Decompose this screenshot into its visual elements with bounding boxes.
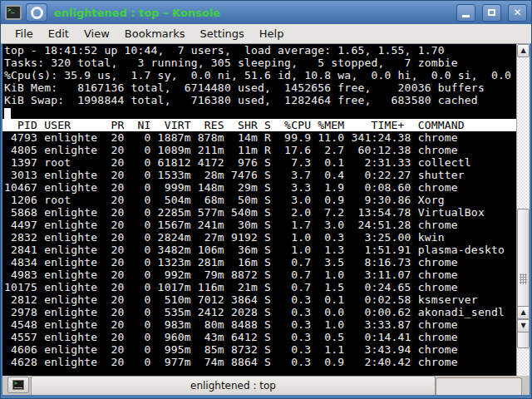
process-row: 4805 enlighte 20 0 1089m 211m 11m R 17.6… xyxy=(2,144,516,156)
process-row: 2841 enlighte 20 0 3482m 106m 36m S 1.0 … xyxy=(2,244,516,256)
menu-item-settings[interactable]: Settings xyxy=(192,26,251,42)
menu-item-bookmarks[interactable]: Bookmarks xyxy=(117,26,193,42)
process-row: 4497 enlighte 20 0 1567m 241m 30m S 1.7 … xyxy=(2,219,516,231)
terminal-app-icon: >_ xyxy=(5,5,22,20)
titlebar: >_ enlightened : top – Konsole ✕ xyxy=(1,1,531,24)
tabbar: > enlightened : top xyxy=(2,376,530,395)
menu-item-view[interactable]: View xyxy=(76,26,117,42)
scroll-up-button[interactable]: ▲ xyxy=(517,44,530,57)
close-icon: ✕ xyxy=(513,7,521,17)
scroll-down-button[interactable]: ▼ xyxy=(517,319,530,332)
maximize-icon xyxy=(488,9,495,16)
menu-item-edit[interactable]: Edit xyxy=(41,26,76,42)
menu-item-file[interactable]: File xyxy=(7,26,41,42)
menubar: FileEditViewBookmarksSettingsHelp xyxy=(1,24,531,44)
process-row: 1206 root 20 0 504m 68m 50m S 3.0 0.9 9:… xyxy=(2,194,516,206)
process-row: 1397 root 20 0 61812 4172 976 S 7.3 0.1 … xyxy=(2,156,516,169)
process-row: 4606 enlighte 20 0 995m 85m 8732 S 0.3 1… xyxy=(2,343,516,356)
process-row: 4793 enlighte 20 0 1887m 878m 14m R 99.9… xyxy=(2,131,516,144)
scrollbar[interactable]: ▲ ▲ ▼ xyxy=(516,44,530,376)
process-row: 4983 enlighte 20 0 992m 79m 8872 S 0.7 1… xyxy=(2,268,516,281)
window-menu-button[interactable] xyxy=(26,3,47,22)
terminal-summary-line: top - 18:41:52 up 10:44, 7 users, load a… xyxy=(2,44,516,57)
process-row: 4834 enlighte 20 0 1323m 281m 16m S 0.7 … xyxy=(2,256,516,268)
process-row: 2832 enlighte 20 0 2824m 27m 9192 S 1.0 … xyxy=(2,231,516,244)
scrollbar-grip-icon xyxy=(520,273,527,284)
scroll-down-icon: ▼ xyxy=(520,323,525,329)
new-tab-button[interactable]: > xyxy=(7,377,29,393)
terminal-output[interactable]: top - 18:41:52 up 10:44, 7 users, load a… xyxy=(2,44,516,376)
scroll-up-icon: ▲ xyxy=(520,309,525,316)
process-row: 10467 enlighte 20 0 999m 148m 29m S 3.3 … xyxy=(2,181,516,194)
scroll-up-button-bottom[interactable]: ▲ xyxy=(517,306,530,319)
terminal-prompt-icon: >_ xyxy=(7,7,14,13)
konsole-ring-icon xyxy=(31,7,43,19)
tab-enlightened-top[interactable]: enlightened : top xyxy=(31,376,436,395)
menu-item-help[interactable]: Help xyxy=(252,26,292,42)
process-row: 2812 enlighte 20 0 510m 7012 3864 S 0.3 … xyxy=(2,293,516,306)
mini-terminal-icon: > xyxy=(12,380,24,390)
process-row: 4628 enlighte 20 0 977m 74m 8864 S 0.3 0… xyxy=(2,356,516,368)
tabbar-filler xyxy=(436,377,522,395)
minimize-icon xyxy=(462,15,470,17)
terminal-summary-line: KiB Mem: 8167136 total, 6714480 used, 14… xyxy=(2,81,516,94)
close-button[interactable]: ✕ xyxy=(508,4,527,22)
process-row: 5868 enlighte 20 0 2285m 577m 540m S 2.0… xyxy=(2,206,516,219)
process-row: 4557 enlighte 20 0 960m 43m 6412 S 0.3 0… xyxy=(2,331,516,343)
terminal-cursor xyxy=(4,108,11,119)
window-title: enlightened : top – Konsole xyxy=(54,7,220,19)
process-row: 10175 enlighte 20 0 1017m 116m 21m S 0.7… xyxy=(2,281,516,293)
maximize-button[interactable] xyxy=(482,4,501,22)
terminal-summary-line: Tasks: 320 total, 3 running, 305 sleepin… xyxy=(2,57,516,69)
konsole-window: >_ enlightened : top – Konsole ✕ FileEdi… xyxy=(0,0,532,399)
process-row: 2978 enlighte 20 0 535m 2412 2028 S 0.3 … xyxy=(2,306,516,318)
process-row: 3013 enlighte 20 0 1533m 28m 7476 S 3.7 … xyxy=(2,169,516,181)
minimize-button[interactable] xyxy=(456,4,475,22)
terminal-summary-line: KiB Swap: 1998844 total, 716380 used, 12… xyxy=(2,94,516,106)
process-row: 4548 enlighte 20 0 983m 80m 8488 S 0.3 1… xyxy=(2,318,516,331)
terminal-cursor-line xyxy=(2,106,516,119)
process-table-header: PID USER PR NI VIRT RES SHR S %CPU %MEM … xyxy=(2,119,516,131)
terminal-summary-line: %Cpu(s): 35.9 us, 1.7 sy, 0.0 ni, 51.6 i… xyxy=(2,69,516,81)
scroll-up-icon: ▲ xyxy=(520,47,525,54)
